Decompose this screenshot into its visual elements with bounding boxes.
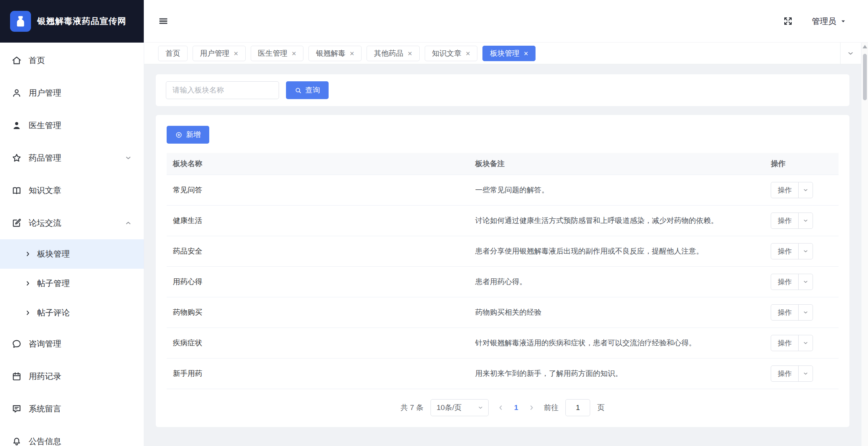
module-note-cell: 讨论如何通过健康生活方式预防感冒和上呼吸道感染，减少对药物的依赖。 — [469, 206, 765, 236]
search-input[interactable] — [166, 81, 279, 99]
row-actions-dropdown[interactable] — [798, 274, 813, 290]
module-note-cell: 用来初来乍到的新手，了解用药方面的知识。 — [469, 359, 765, 389]
sidebar-subitem-comments[interactable]: 帖子评论 — [0, 298, 144, 328]
app-title: 银翘解毒液药品宣传网 — [37, 15, 126, 27]
sidebar-item-label: 医生管理 — [29, 120, 61, 131]
next-page-button[interactable] — [527, 403, 537, 413]
user-menu[interactable]: 管理员 — [812, 16, 846, 27]
actions-cell: 操作 — [765, 175, 839, 206]
module-name-cell: 新手用药 — [167, 359, 469, 389]
sidebar-item-label: 论坛交流 — [29, 218, 61, 228]
close-icon[interactable]: × — [524, 50, 528, 57]
tab-label: 银翘解毒 — [316, 48, 345, 58]
home-icon — [12, 55, 22, 65]
sidebar-item-system-messages[interactable]: 系统留言 — [0, 393, 144, 425]
module-name-cell: 药物购买 — [167, 297, 469, 328]
chevron-left-icon — [497, 404, 505, 412]
chevron-up-icon — [124, 219, 132, 227]
close-icon[interactable]: × — [292, 50, 296, 57]
add-button[interactable]: 新增 — [167, 126, 209, 144]
close-icon[interactable]: × — [350, 50, 354, 57]
app-logo-icon — [10, 11, 31, 32]
row-actions-button[interactable]: 操作 — [771, 335, 813, 351]
row-actions-button[interactable]: 操作 — [771, 243, 813, 259]
row-actions-dropdown[interactable] — [798, 366, 813, 381]
column-header-name: 板块名称 — [167, 153, 469, 175]
sidebar-subitem-posts[interactable]: 帖子管理 — [0, 269, 144, 298]
goto-page-input[interactable] — [565, 399, 590, 416]
sidebar-item-doctors[interactable]: 医生管理 — [0, 109, 144, 142]
prev-page-button[interactable] — [496, 403, 506, 413]
chevron-down-icon — [803, 371, 809, 377]
row-actions-dropdown[interactable] — [798, 335, 813, 351]
star-icon — [12, 153, 22, 163]
sidebar-subitem-modules[interactable]: 板块管理 — [0, 239, 144, 269]
tab-modules[interactable]: 板块管理 × — [482, 46, 536, 61]
scrollbar-up-arrow[interactable] — [863, 45, 867, 48]
content: 查询 新增 板块名称 板块备注 操作 — [144, 64, 868, 446]
row-actions-button[interactable]: 操作 — [771, 182, 813, 198]
tab-yinqiao[interactable]: 银翘解毒 × — [308, 46, 362, 61]
tab-other-drugs[interactable]: 其他药品 × — [367, 46, 420, 61]
row-actions-button[interactable]: 操作 — [771, 365, 813, 382]
tab-home[interactable]: 首页 — [158, 46, 188, 61]
close-icon[interactable]: × — [234, 50, 238, 57]
row-actions-button[interactable]: 操作 — [771, 213, 813, 229]
row-actions-dropdown[interactable] — [798, 182, 813, 198]
close-icon[interactable]: × — [466, 50, 470, 57]
table-row: 药品安全 患者分享使用银翘解毒液后出现的副作用或不良反应，提醒他人注意。 操作 — [167, 236, 839, 267]
row-actions-button[interactable]: 操作 — [771, 304, 813, 321]
sidebar-item-drugs[interactable]: 药品管理 — [0, 142, 144, 174]
chevron-down-icon — [803, 309, 809, 316]
tab-doctors[interactable]: 医生管理 × — [251, 46, 304, 61]
sidebar-item-home[interactable]: 首页 — [0, 44, 144, 77]
actions-cell: 操作 — [765, 359, 839, 389]
sidebar-item-medication-records[interactable]: 用药记录 — [0, 360, 144, 393]
vertical-scrollbar[interactable] — [861, 43, 868, 446]
page-suffix: 页 — [597, 403, 604, 413]
main-area: 管理员 首页 用户管理 × 医生管理 × 银翘解毒 × 其他药品 — [144, 0, 868, 446]
bell-icon — [12, 436, 22, 446]
sidebar-item-consult[interactable]: 咨询管理 — [0, 328, 144, 360]
sidebar-item-articles[interactable]: 知识文章 — [0, 174, 144, 207]
chevron-down-icon — [847, 50, 854, 57]
caret-down-icon — [840, 18, 846, 24]
sidebar-item-label: 药品管理 — [29, 153, 61, 163]
fullscreen-icon[interactable] — [783, 16, 793, 26]
pagination: 共 7 条 10条/页 1 前往 页 — [167, 399, 839, 416]
actions-cell: 操作 — [765, 206, 839, 236]
sidebar-item-label: 知识文章 — [29, 185, 61, 196]
sidebar-item-forum[interactable]: 论坛交流 — [0, 207, 144, 239]
sidebar-item-label: 用户管理 — [29, 87, 61, 98]
collapse-sidebar-icon[interactable] — [158, 16, 169, 26]
tab-articles[interactable]: 知识文章 × — [425, 46, 478, 61]
goto-label: 前往 — [544, 403, 558, 413]
tab-label: 板块管理 — [490, 48, 519, 58]
page-size-select[interactable]: 10条/页 — [431, 399, 489, 416]
module-name-cell: 疾病症状 — [167, 328, 469, 359]
close-icon[interactable]: × — [408, 50, 412, 57]
current-page[interactable]: 1 — [513, 403, 520, 412]
chevron-down-icon — [803, 187, 809, 193]
row-actions-dropdown[interactable] — [798, 305, 813, 320]
actions-cell: 操作 — [765, 297, 839, 328]
chevron-right-icon — [24, 309, 32, 317]
tab-actions-menu[interactable] — [840, 43, 860, 64]
sidebar-item-users[interactable]: 用户管理 — [0, 77, 144, 109]
tab-users[interactable]: 用户管理 × — [193, 46, 246, 61]
module-name-cell: 药品安全 — [167, 236, 469, 267]
row-actions-dropdown[interactable] — [798, 244, 813, 259]
column-header-actions: 操作 — [765, 153, 839, 175]
tab-label: 知识文章 — [432, 48, 462, 58]
search-icon — [294, 87, 302, 94]
chevron-down-icon — [477, 405, 484, 411]
modules-table: 板块名称 板块备注 操作 常见问答 一些常见问题的解答。 操作 — [167, 153, 839, 389]
sidebar-item-announcements[interactable]: 公告信息 — [0, 425, 144, 446]
book-icon — [12, 185, 22, 196]
plus-circle-icon — [175, 131, 183, 139]
search-button[interactable]: 查询 — [286, 81, 329, 99]
row-actions-button[interactable]: 操作 — [771, 274, 813, 290]
module-note-cell: 患者用药心得。 — [469, 267, 765, 297]
scrollbar-thumb[interactable] — [863, 54, 867, 100]
row-actions-dropdown[interactable] — [798, 213, 813, 228]
